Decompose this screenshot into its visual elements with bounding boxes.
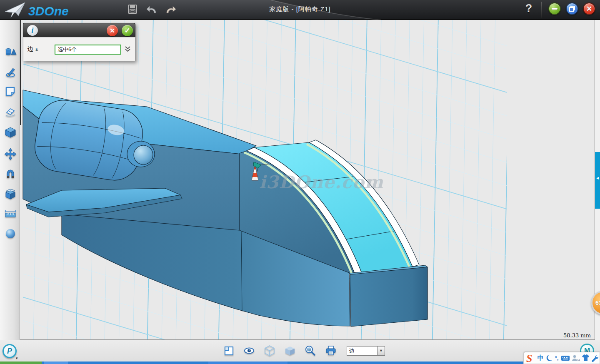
selection-dialog-header[interactable]: i ✕ ✓ (23, 23, 135, 37)
sidebar-item-special-box[interactable] (3, 187, 18, 201)
field-label: 边 (28, 45, 33, 53)
render-sphere-icon (4, 227, 17, 240)
measure-ruler-icon (4, 207, 17, 220)
window-title: 家庭版 - [阿帕奇.Z1] (0, 5, 600, 13)
help-button[interactable]: ? (522, 2, 535, 16)
confirm-icon: ✓ (124, 26, 130, 35)
print-button[interactable] (325, 344, 337, 357)
os-taskbar-strip (0, 362, 600, 364)
visibility-eye-icon (243, 345, 255, 356)
tailbox-front-face[interactable] (350, 267, 428, 327)
scene-canvas[interactable]: i3DOne.com 58.33 mm (20, 20, 595, 340)
barrel-bore (134, 145, 153, 165)
sidebar (0, 20, 20, 340)
taskbar-seg-light2 (208, 362, 288, 364)
close-button[interactable]: ✕ (583, 2, 595, 15)
eraser-edit-icon (4, 106, 17, 118)
shaded-display-icon (284, 345, 296, 357)
minimize-icon (552, 8, 558, 10)
dimension-readout: 58.33 mm (563, 332, 591, 339)
collapse-arrow-icon: ◀ (596, 176, 599, 209)
solids-icon (4, 46, 17, 58)
sidebar-item-move[interactable] (3, 147, 18, 161)
zoom-icon (305, 345, 316, 357)
3done-window: 3DOne (0, 0, 600, 364)
sidebar-item-magnet-constraint[interactable] (3, 167, 18, 181)
punctuation-icon[interactable]: °, (554, 353, 560, 363)
wrench-icon[interactable] (591, 353, 598, 363)
combobox-caret-icon: ▼ (378, 346, 385, 356)
titlebar: 3DOne (0, 0, 600, 20)
skin-tshirt-icon[interactable] (582, 353, 590, 363)
confirm-button[interactable]: ✓ (122, 25, 133, 36)
display-mode-combobox[interactable]: 边 ▼ (347, 346, 385, 356)
help-icon: ? (525, 2, 532, 15)
moon-icon[interactable] (545, 353, 553, 363)
user-count-icon[interactable]: 14 (571, 353, 580, 363)
profile-p-badge[interactable]: P (2, 344, 17, 358)
wireframe-display-button[interactable] (263, 344, 276, 357)
field-key: E (35, 47, 38, 52)
move-arrows-icon (4, 148, 17, 160)
magnet-constraint-icon (4, 168, 17, 180)
sidebar-item-eraser-edit[interactable] (3, 105, 18, 119)
chinese-mode-icon[interactable]: 中 (537, 353, 544, 363)
visibility-button[interactable] (243, 344, 255, 357)
sidebar-item-sketch[interactable] (3, 65, 18, 79)
titlebar-separator (541, 2, 542, 18)
restore-icon (569, 6, 575, 12)
sidebar-item-cube-edit[interactable] (3, 125, 18, 140)
watermark: i3DOne.com (259, 172, 383, 192)
taskbar-seg-light1 (44, 362, 68, 364)
view-layout-icon (223, 345, 234, 356)
cancel-icon: ✕ (110, 27, 115, 35)
sketch-pencil-icon (4, 66, 17, 78)
selection-dialog: i ✕ ✓ 边 E (23, 23, 135, 61)
bottom-toolbar: P ▾ (0, 340, 600, 362)
cube-edit-icon (4, 126, 17, 139)
expand-chevrons-icon[interactable] (125, 45, 131, 52)
keyboard-icon[interactable] (561, 353, 570, 363)
sidebar-item-render[interactable] (3, 227, 18, 241)
svg-text:14: 14 (576, 358, 580, 362)
print-icon (325, 345, 337, 357)
sidebar-item-sketch-plane[interactable] (3, 85, 18, 99)
p-badge-dropdown-caret[interactable]: ▾ (16, 356, 18, 360)
viewport-3d[interactable]: i3DOne.com 58.33 mm i ✕ ✓ 边 E (20, 20, 595, 340)
selection-dialog-body: 边 E (23, 37, 135, 61)
sogou-logo-icon[interactable]: S (525, 353, 536, 363)
info-icon: i (27, 25, 38, 36)
wireframe-display-icon (264, 345, 275, 357)
restore-button[interactable] (566, 2, 578, 15)
display-mode-value: 边 (347, 346, 378, 356)
sketch-plane-icon (4, 85, 17, 98)
svg-text:S: S (526, 353, 532, 364)
close-icon: ✕ (586, 5, 592, 12)
view-layout-button[interactable] (222, 344, 235, 357)
shaded-display-button[interactable] (284, 344, 296, 357)
cancel-button[interactable]: ✕ (107, 25, 118, 36)
special-box-icon (4, 188, 17, 200)
ime-toolbar: S 中 °, 14 (523, 352, 600, 364)
sidebar-item-measure[interactable] (3, 207, 18, 221)
sidebar-item-solids[interactable] (3, 45, 18, 59)
minimize-button[interactable] (548, 2, 561, 15)
taskbar-seg-green (0, 362, 42, 364)
viewport-left-edge (20, 20, 21, 125)
selection-input[interactable] (55, 45, 121, 55)
zoom-button[interactable] (304, 344, 317, 357)
panel-collapse-tab[interactable]: ◀ (595, 152, 600, 209)
